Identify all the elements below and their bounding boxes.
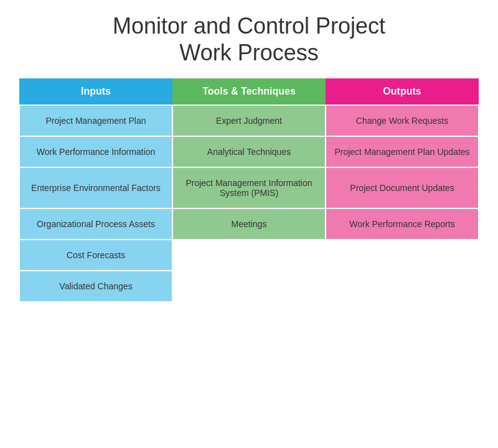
input-cell-4: Cost Forecasts [19,240,172,271]
output-cell-0: Change Work Requests [326,105,479,136]
tools-header: Tools & Techniques [172,78,326,105]
tool-cell-2: Project Management Information System (P… [172,167,326,208]
output-cell-1: Project Management Plan Updates [326,136,479,167]
output-cell-4 [326,240,479,271]
output-cell-3: Work Performance Reports [326,208,479,240]
inputs-header: Inputs [19,78,172,105]
input-cell-5: Validated Changes [19,271,172,302]
page-title: Monitor and Control Project Work Process [113,12,385,66]
main-table: Inputs Tools & Techniques Outputs Projec… [19,78,479,302]
input-cell-0: Project Management Plan [19,105,172,136]
tool-cell-3: Meetings [172,208,326,240]
tool-cell-1: Analytical Techniques [172,136,326,167]
tool-cell-5 [172,271,326,302]
tool-cell-4 [172,240,326,271]
output-cell-2: Project Document Updates [326,167,479,208]
outputs-header: Outputs [326,78,479,105]
input-cell-2: Enterprise Environmental Factors [19,167,172,208]
input-cell-3: Organizational Process Assets [19,208,172,240]
output-cell-5 [326,271,479,302]
tool-cell-0: Expert Judgment [172,105,326,136]
input-cell-1: Work Performance Information [19,136,172,167]
